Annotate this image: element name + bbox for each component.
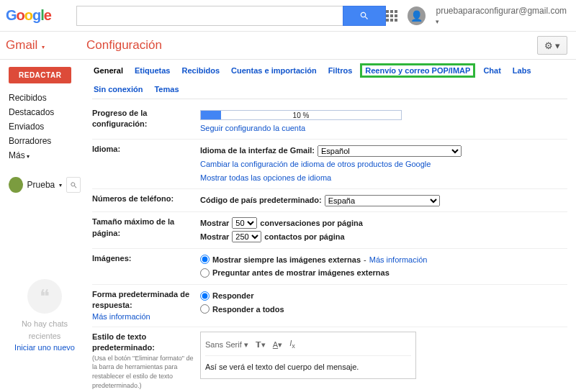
setup-progress-bar: 10 % [200,110,402,120]
radio-reply-all[interactable] [200,304,210,314]
nav-sent[interactable]: Enviados [9,119,81,134]
link-images-more[interactable]: Más información [369,253,428,267]
radio-reply[interactable] [200,291,210,301]
gmail-menu[interactable]: Gmail [6,38,72,53]
chat-empty-icon: ❝ [27,279,62,314]
phone-country-select[interactable]: España [325,195,440,206]
settings-tabs: General Etiquetas Recibidos Cuentas e im… [92,65,567,99]
search-icon [70,181,78,189]
hangouts-name[interactable]: Prueba [27,180,55,190]
link-continue-setup[interactable]: Seguir configurando la cuenta [200,124,305,132]
phones-code-label: Código de país predeterminado: [200,193,322,207]
account-menu[interactable]: pruebaparaconfigurar@gmail.com [436,6,567,26]
tab-forwarding-pop-imap[interactable]: Reenvío y correo POP/IMAP [362,65,473,76]
compose-button[interactable]: REDACTAR [9,67,71,83]
label-pagesize: Tamaño máximo de la página: [92,216,200,239]
chat-empty-text: No hay chats recientes [9,318,81,342]
tab-offline[interactable]: Sin conexión [92,84,144,94]
link-reply-more[interactable]: Más información [92,312,150,321]
label-language: Idioma: [92,144,200,155]
hangouts-avatar[interactable] [9,177,23,193]
text-style-sample: Así se verá el texto del cuerpo del mens… [205,360,411,374]
tab-themes[interactable]: Temas [153,84,180,94]
font-size-menu[interactable]: 𝗧▾ [256,338,266,352]
nav-more[interactable]: Más [9,148,81,163]
apps-icon[interactable] [386,10,397,22]
label-reply: Forma predeterminada de respuesta:Más in… [92,289,200,322]
avatar[interactable]: 👤 [408,6,426,25]
nav-starred[interactable]: Destacados [9,105,81,119]
link-change-lang-other[interactable]: Cambiar la configuración de idioma de ot… [200,160,431,168]
tab-labels[interactable]: Etiquetas [133,65,172,76]
label-images: Imágenes: [92,253,200,264]
conversations-per-page-select[interactable]: 50 [232,217,257,229]
tab-filters[interactable]: Filtros [327,65,354,76]
hangouts-search-button[interactable] [66,177,81,193]
page-title: Configuración [86,38,162,53]
nav-drafts[interactable]: Borradores [9,134,81,148]
language-ui-label: Idioma de la interfaz de Gmail: [200,144,315,158]
link-show-all-lang[interactable]: Mostrar todas las opciones de idioma [200,173,331,182]
tab-accounts[interactable]: Cuentas e importación [230,65,318,76]
radio-images-ask[interactable] [200,268,210,278]
search-input[interactable] [76,6,343,26]
label-setup-progress: Progreso de la configuración: [92,108,200,130]
tab-inbox[interactable]: Recibidos [180,65,221,76]
search-button[interactable] [343,6,386,26]
remove-format-button[interactable]: Ix [289,337,295,352]
nav-inbox[interactable]: Recibidos [9,91,81,105]
contacts-per-page-select[interactable]: 250 [232,231,261,242]
chat-start-link[interactable]: Iniciar uno nuevo [14,343,75,352]
font-family-menu[interactable]: Sans Serif ▾ [205,338,248,352]
tab-labs[interactable]: Labs [511,65,533,76]
search-icon [359,11,369,21]
tab-general[interactable]: General [92,65,125,76]
default-text-style-box: Sans Serif ▾ 𝗧▾ A▾ Ix Así se verá el tex… [200,332,416,378]
radio-images-always[interactable] [200,255,210,264]
google-logo[interactable]: Google [6,7,62,24]
label-textstyle: Estilo de texto predeterminado:(Usa el b… [92,332,200,390]
settings-gear-button[interactable]: ⚙ ▾ [537,36,567,55]
label-phones: Números de teléfono: [92,193,200,204]
language-select[interactable]: Español [318,145,462,157]
tab-chat[interactable]: Chat [482,65,502,76]
font-color-menu[interactable]: A▾ [273,338,282,352]
